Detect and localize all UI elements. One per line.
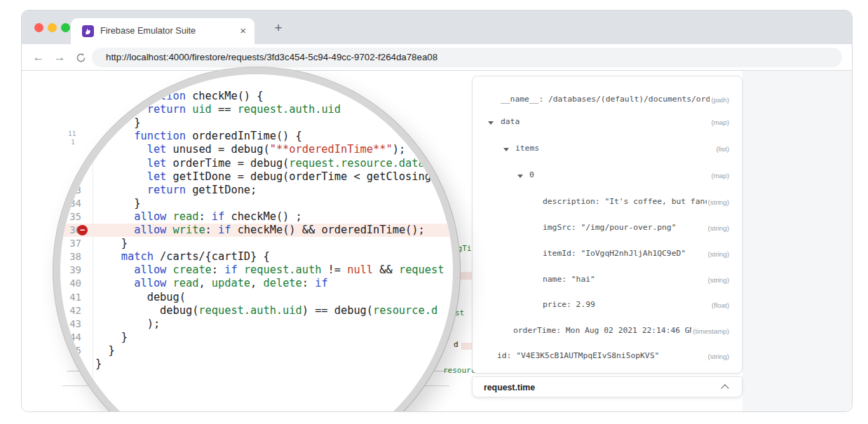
field-type-label: (map) — [710, 118, 729, 126]
inspector-field: price: 2.99 — [543, 300, 595, 309]
code-line: 39 allow create: if request.auth != null… — [60, 264, 453, 277]
request-time-label: request.time — [484, 383, 535, 392]
code-line: 29 function orderedInTime() { — [60, 130, 453, 143]
inspector-row[interactable]: data(map) — [473, 116, 742, 130]
field-type-label: (string) — [707, 353, 729, 360]
field-type-label: (string) — [707, 198, 729, 206]
inspector-row: id: "V4E3K5cB1AUTMpqEIvS8ni5opKVS"(strin… — [473, 350, 742, 364]
background-line-number: 1 — [71, 138, 75, 146]
field-type-label: (string) — [707, 224, 729, 232]
reload-icon[interactable] — [72, 49, 89, 68]
inspector-field: imgSrc: "/img/pour-over.png" — [543, 223, 676, 232]
inspector-field: itemId: "IoVgqH2nhJljAh1QC9eD" — [543, 249, 686, 258]
rule-denied-icon: − — [77, 225, 88, 235]
background-code-fragment: st — [455, 308, 464, 317]
close-tab-icon[interactable]: × — [240, 25, 246, 36]
field-type-label: (string) — [707, 250, 729, 258]
code-line: 47 — [60, 371, 453, 384]
field-type-label: (path) — [710, 96, 729, 104]
code-line: 46} — [60, 357, 453, 371]
background-line-number: 11 — [68, 130, 76, 137]
code-lines: 25 }26 function checkMe() {27 return uid… — [60, 76, 453, 384]
caret-down-icon[interactable] — [503, 148, 509, 151]
request-data-card: __name__: /databases/(default)/documents… — [472, 76, 742, 374]
browser-toolbar: ← → http://localhost:4000/firestore/requ… — [22, 44, 852, 71]
inspector-row: __name__: /databases/(default)/documents… — [473, 93, 742, 107]
request-time-footer[interactable]: request.time — [472, 376, 742, 397]
code-line: 35 allow read: if checkMe() ; — [60, 210, 453, 224]
zoom-window-button[interactable] — [61, 23, 70, 32]
inspector-row: itemId: "IoVgqH2nhJljAh1QC9eD"(string) — [473, 247, 742, 261]
inspector-field: description: "It's coffee, but fanc… — [543, 197, 714, 206]
inspector-field: name: "hai" — [543, 275, 595, 284]
panel-background — [742, 71, 852, 411]
inspector-field: data — [501, 117, 520, 126]
inspector-row[interactable]: items(list) — [473, 142, 742, 156]
field-type-label: (map) — [710, 172, 729, 179]
inspector-field: orderTime: Mon Aug 02 2021 22:14:46 GM… — [513, 326, 699, 335]
inspector-row: orderTime: Mon Aug 02 2021 22:14:46 GM…(… — [473, 324, 742, 338]
close-window-button[interactable] — [34, 23, 43, 32]
code-line: 31 let orderTime = debug(request.resourc… — [60, 157, 453, 170]
collapse-chevron-icon[interactable] — [721, 384, 728, 392]
code-line: 45 } — [60, 344, 453, 357]
inspector-rows: __name__: /databases/(default)/documents… — [473, 76, 742, 373]
url-text: http://localhost:4000/firestore/requests… — [106, 52, 438, 62]
back-icon[interactable]: ← — [30, 49, 47, 66]
background-code-fragment: d — [454, 340, 459, 349]
code-line: 43 ); — [60, 317, 453, 331]
code-line: 30 let unused = debug("**orderedInTime**… — [60, 143, 453, 156]
tab-title: Firebase Emulator Suite — [100, 26, 196, 36]
browser-window: Firebase Emulator Suite × + ← → http://l… — [21, 10, 853, 412]
new-tab-button[interactable]: + — [269, 19, 288, 39]
code-line: 34 } — [60, 197, 453, 210]
inspector-row: description: "It's coffee, but fanc…(str… — [473, 196, 742, 210]
inspector-row[interactable]: 0(map) — [473, 169, 742, 183]
inspector-field: items — [515, 144, 539, 153]
forward-icon[interactable]: → — [51, 49, 68, 66]
browser-tab[interactable]: Firebase Emulator Suite × — [71, 18, 255, 44]
code-line: 40 allow read, update, delete: if — [60, 277, 453, 290]
inspector-row: imgSrc: "/img/pour-over.png"(string) — [473, 221, 742, 235]
inspector-row: price: 2.99(float) — [473, 299, 742, 313]
field-type-label: (timestamp) — [691, 327, 729, 335]
firebase-emulator-favicon-icon — [82, 25, 94, 37]
field-type-label: (float) — [710, 301, 729, 309]
inspector-field: 0 — [529, 170, 534, 179]
code-line: 33 return getItDone; — [60, 184, 453, 197]
code-line: 37 } — [60, 237, 453, 250]
code-line: 32 let getItDone = debug(orderTime < get… — [60, 170, 453, 184]
field-type-label: (string) — [707, 276, 729, 284]
code-line: 36− allow write: if checkMe() && ordered… — [60, 224, 453, 237]
tab-strip: Firebase Emulator Suite × + — [22, 11, 852, 44]
code-line: 44 } — [60, 331, 453, 344]
code-line: 42 debug(request.auth.uid) == debug(reso… — [60, 304, 453, 317]
code-line: 38 match /carts/{cartID} { — [60, 250, 453, 264]
caret-down-icon[interactable] — [488, 121, 494, 125]
background-code-fragment: resourc — [443, 366, 475, 375]
field-type-label: (list) — [715, 145, 730, 153]
inspector-field: id: "V4E3K5cB1AUTMpqEIvS8ni5opKVS" — [497, 351, 659, 360]
code-line: 41 debug( — [60, 291, 453, 304]
inspector-row: name: "hai"(string) — [473, 273, 742, 287]
caret-down-icon[interactable] — [517, 175, 523, 178]
url-bar[interactable]: http://localhost:4000/firestore/requests… — [92, 48, 842, 67]
minimize-window-button[interactable] — [48, 23, 57, 32]
inspector-field: __name__: /databases/(default)/documents… — [501, 95, 720, 104]
